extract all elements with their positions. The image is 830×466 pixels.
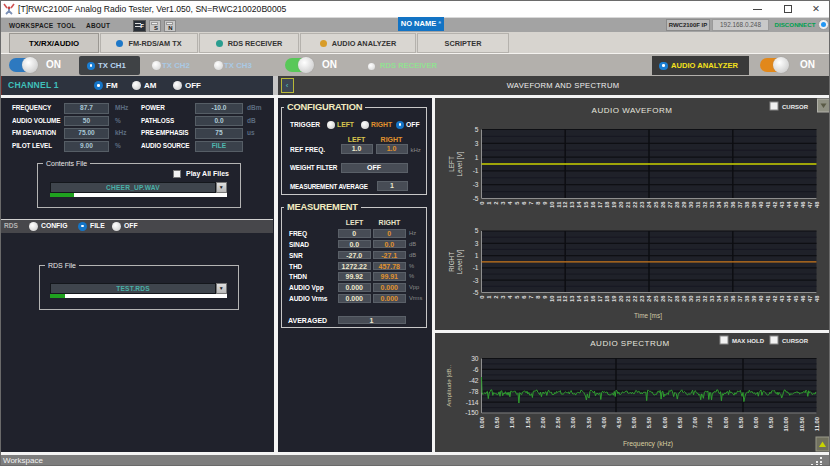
svg-text:34: 34 [716, 200, 722, 207]
svg-text:38: 38 [743, 200, 749, 207]
svg-text:2.50: 2.50 [555, 417, 561, 428]
svg-text:19: 19 [611, 294, 617, 301]
svg-text:MAX HOLD: MAX HOLD [732, 338, 765, 344]
svg-text:33: 33 [709, 200, 715, 207]
svg-text:7.00: 7.00 [692, 417, 698, 428]
svg-text:48: 48 [813, 200, 819, 207]
svg-text:7: 7 [527, 295, 533, 298]
svg-text:40: 40 [757, 295, 763, 301]
svg-text:-150: -150 [465, 409, 479, 416]
svg-text:30: 30 [688, 201, 694, 207]
svg-text:26: 26 [660, 294, 666, 301]
svg-text:17: 17 [597, 201, 603, 207]
svg-text:18: 18 [604, 294, 610, 301]
svg-text:Amplitude [dB..: Amplitude [dB.. [445, 365, 452, 407]
svg-text:15: 15 [583, 200, 589, 207]
svg-text:24: 24 [646, 294, 652, 301]
svg-text:37: 37 [736, 295, 742, 301]
svg-text:14: 14 [576, 294, 582, 301]
svg-text:6.50: 6.50 [676, 417, 682, 428]
svg-text:43: 43 [778, 200, 784, 207]
svg-text:-6: -6 [472, 366, 478, 373]
svg-text:2: 2 [492, 201, 498, 204]
svg-text:4.50: 4.50 [615, 417, 621, 428]
svg-text:0.50: 0.50 [494, 417, 500, 428]
svg-text:31: 31 [695, 200, 701, 207]
svg-text:1: 1 [474, 252, 478, 259]
svg-text:10: 10 [548, 295, 554, 301]
svg-text:17: 17 [597, 295, 603, 301]
svg-text:46: 46 [799, 200, 805, 207]
svg-text:12: 12 [562, 295, 568, 301]
svg-text:31: 31 [695, 294, 701, 301]
svg-text:32: 32 [702, 295, 708, 301]
svg-text:25: 25 [653, 294, 659, 301]
svg-text:30: 30 [471, 355, 479, 362]
svg-text:AUDIO SPECTRUM: AUDIO SPECTRUM [590, 339, 669, 348]
svg-text:26: 26 [660, 200, 666, 207]
svg-text:-78: -78 [468, 388, 478, 395]
svg-text:29: 29 [681, 294, 687, 301]
svg-text:10.00: 10.00 [783, 417, 789, 432]
svg-text:36: 36 [729, 200, 735, 207]
svg-text:18: 18 [604, 200, 610, 207]
svg-text:CURSOR: CURSOR [782, 104, 809, 110]
svg-text:44: 44 [785, 294, 791, 301]
svg-text:1.50: 1.50 [524, 417, 530, 428]
svg-text:41: 41 [764, 294, 770, 301]
svg-text:3: 3 [474, 239, 478, 246]
svg-text:Level [V]: Level [V] [456, 151, 464, 176]
svg-text:15: 15 [583, 294, 589, 301]
svg-text:39: 39 [750, 200, 756, 207]
svg-text:-1: -1 [472, 167, 478, 174]
svg-text:23: 23 [639, 200, 645, 207]
svg-text:48: 48 [813, 294, 819, 301]
svg-text:3: 3 [474, 139, 478, 146]
svg-text:Time [ms]: Time [ms] [634, 312, 662, 320]
svg-text:24: 24 [646, 200, 652, 207]
svg-text:41: 41 [764, 200, 770, 207]
svg-text:2: 2 [492, 295, 498, 298]
svg-text:-5: -5 [472, 288, 478, 295]
svg-text:Frequency (kHz): Frequency (kHz) [622, 440, 672, 448]
svg-text:21: 21 [625, 200, 631, 207]
svg-text:46: 46 [799, 294, 805, 301]
svg-text:LEFT: LEFT [448, 156, 455, 172]
svg-text:19: 19 [611, 200, 617, 207]
svg-text:34: 34 [716, 294, 722, 301]
svg-text:38: 38 [743, 294, 749, 301]
svg-text:3.50: 3.50 [585, 417, 591, 428]
svg-text:21: 21 [625, 294, 631, 301]
svg-text:5.00: 5.00 [631, 417, 637, 428]
svg-text:16: 16 [590, 200, 596, 207]
svg-text:40: 40 [757, 201, 763, 207]
svg-text:0.00: 0.00 [478, 417, 484, 428]
svg-text:28: 28 [674, 200, 680, 207]
svg-text:0: 0 [478, 295, 484, 298]
svg-text:-114: -114 [465, 399, 478, 406]
svg-text:20: 20 [618, 201, 624, 207]
svg-text:35: 35 [723, 200, 729, 207]
svg-text:30: 30 [688, 295, 694, 301]
svg-text:43: 43 [778, 294, 784, 301]
svg-text:4.00: 4.00 [600, 417, 606, 428]
svg-text:10: 10 [548, 201, 554, 207]
svg-text:10.50: 10.50 [798, 417, 804, 432]
svg-text:-1: -1 [472, 264, 478, 271]
svg-text:36: 36 [729, 294, 735, 301]
svg-text:Level [V]: Level [V] [456, 249, 464, 274]
svg-text:-5: -5 [472, 194, 478, 201]
svg-text:7: 7 [527, 201, 533, 204]
svg-text:6.00: 6.00 [661, 417, 667, 428]
svg-text:12: 12 [562, 201, 568, 207]
svg-text:27: 27 [667, 295, 673, 301]
svg-text:47: 47 [806, 295, 812, 301]
svg-text:33: 33 [709, 294, 715, 301]
svg-text:29: 29 [681, 200, 687, 207]
svg-text:-3: -3 [472, 276, 478, 283]
svg-text:-3: -3 [472, 181, 478, 188]
svg-text:45: 45 [792, 200, 798, 207]
svg-text:28: 28 [674, 294, 680, 301]
svg-text:8.00: 8.00 [722, 417, 728, 428]
svg-text:16: 16 [590, 294, 596, 301]
